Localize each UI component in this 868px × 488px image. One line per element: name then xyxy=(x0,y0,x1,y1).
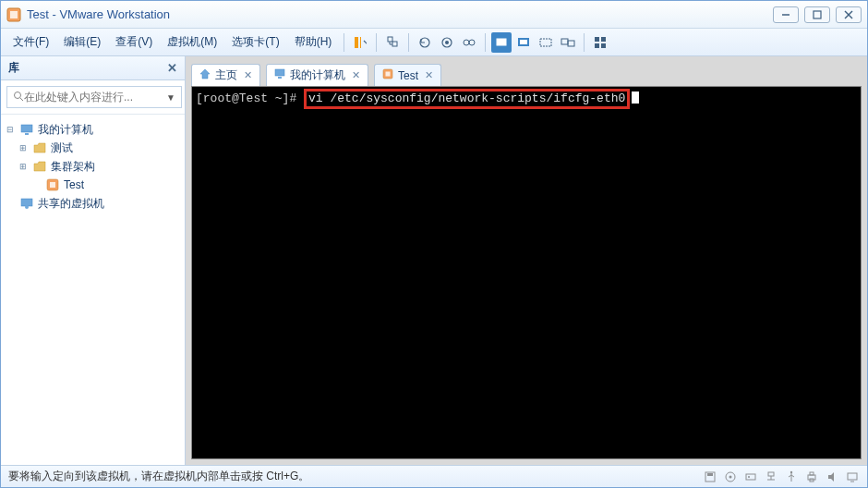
svg-rect-29 xyxy=(21,125,32,132)
tab-close-icon[interactable]: ✕ xyxy=(244,69,252,81)
svg-point-14 xyxy=(445,41,449,44)
tab-close-icon[interactable]: ✕ xyxy=(425,69,433,81)
svg-rect-21 xyxy=(561,39,568,44)
menubar: 文件(F) 编辑(E) 查看(V) 虚拟机(M) 选项卡(T) 帮助(H) xyxy=(1,29,867,56)
tree-folder-test[interactable]: ⊞ 测试 xyxy=(5,139,181,157)
device-sound-icon[interactable] xyxy=(825,470,839,484)
close-button[interactable] xyxy=(836,6,862,23)
tabs-row: 主页 ✕ 我的计算机 ✕ Test ✕ xyxy=(191,62,862,86)
snapshot-icon[interactable] xyxy=(382,32,403,53)
thumbnail-icon[interactable] xyxy=(590,32,610,53)
search-box[interactable]: ▼ xyxy=(6,86,182,108)
svg-rect-19 xyxy=(520,40,527,44)
svg-rect-25 xyxy=(595,43,599,48)
tree-my-computer[interactable]: ⊟ 我的计算机 xyxy=(5,120,181,139)
terminal-cursor xyxy=(632,92,639,104)
search-icon xyxy=(13,91,24,104)
menu-view[interactable]: 查看(V) xyxy=(109,30,159,54)
tab-home[interactable]: 主页 ✕ xyxy=(191,64,260,86)
menu-vm[interactable]: 虚拟机(M) xyxy=(161,30,223,54)
tree-folder-cluster[interactable]: ⊞ 集群架构 xyxy=(5,157,181,176)
sidebar-close-icon[interactable]: ✕ xyxy=(167,61,177,75)
svg-rect-38 xyxy=(386,72,391,77)
folder-icon xyxy=(32,140,47,155)
sidebar-title: 库 xyxy=(8,60,19,76)
svg-line-28 xyxy=(20,98,23,101)
unity-icon[interactable] xyxy=(536,32,556,53)
pause-button[interactable] xyxy=(350,32,370,53)
svg-rect-6 xyxy=(355,37,358,48)
tree-shared-vms[interactable]: 共享的虚拟机 xyxy=(5,194,181,213)
svg-rect-24 xyxy=(601,37,606,42)
svg-rect-1 xyxy=(10,11,18,18)
device-printer-icon[interactable] xyxy=(804,470,819,484)
tab-close-icon[interactable]: ✕ xyxy=(352,69,360,81)
separator xyxy=(485,33,486,52)
svg-rect-33 xyxy=(21,199,32,206)
svg-rect-32 xyxy=(50,182,55,188)
menu-tabs[interactable]: 选项卡(T) xyxy=(225,30,285,54)
folder-icon xyxy=(32,159,47,174)
svg-rect-40 xyxy=(707,473,713,476)
monitor-icon xyxy=(19,122,34,137)
titlebar: Test - VMware Workstation xyxy=(1,1,867,29)
svg-point-34 xyxy=(25,205,29,209)
vm-icon xyxy=(45,177,60,192)
svg-rect-30 xyxy=(25,133,29,135)
tab-mycomputer[interactable]: 我的计算机 ✕ xyxy=(266,64,368,86)
view-console-icon[interactable] xyxy=(491,32,512,53)
multiscreen-icon[interactable] xyxy=(558,32,578,53)
svg-point-27 xyxy=(15,92,21,98)
device-network-icon[interactable] xyxy=(764,470,778,484)
svg-point-16 xyxy=(469,40,475,45)
svg-point-42 xyxy=(729,475,732,478)
separator xyxy=(408,33,409,52)
device-cd-icon[interactable] xyxy=(723,470,738,484)
svg-point-44 xyxy=(748,476,750,478)
svg-rect-20 xyxy=(540,39,551,46)
monitor-icon xyxy=(274,68,285,82)
menu-file[interactable]: 文件(F) xyxy=(6,30,55,54)
device-display-icon[interactable] xyxy=(845,470,860,484)
separator xyxy=(584,33,585,52)
terminal-prompt: [root@Test ~]# xyxy=(196,92,304,105)
statusbar: 要将输入定向到该虚拟机，请在虚拟机内部单击或按 Ctrl+G。 xyxy=(1,465,867,487)
svg-point-48 xyxy=(790,470,792,472)
svg-rect-8 xyxy=(388,37,392,42)
search-input[interactable] xyxy=(24,91,163,104)
sidebar-header: 库 ✕ xyxy=(1,56,185,80)
home-icon xyxy=(199,68,211,82)
menu-edit[interactable]: 编辑(E) xyxy=(57,30,107,54)
terminal[interactable]: [root@Test ~]# vi /etc/sysconfig/network… xyxy=(191,86,862,459)
svg-rect-3 xyxy=(814,11,821,18)
svg-rect-36 xyxy=(278,77,282,79)
svg-rect-17 xyxy=(496,38,507,46)
shared-icon xyxy=(19,196,34,211)
snapshot-manager-icon[interactable] xyxy=(459,32,479,53)
menu-help[interactable]: 帮助(H) xyxy=(288,30,339,54)
svg-rect-50 xyxy=(810,472,814,475)
window-title: Test - VMware Workstation xyxy=(27,7,773,21)
maximize-button[interactable] xyxy=(804,6,830,23)
sidebar: 库 ✕ ▼ ⊟ 我的计算机 ⊞ 测试 xyxy=(1,56,186,465)
device-hdd-icon[interactable] xyxy=(743,470,758,484)
view-fullscreen-icon[interactable] xyxy=(513,32,534,53)
revert-icon[interactable] xyxy=(415,32,435,53)
svg-rect-22 xyxy=(568,41,574,46)
app-icon xyxy=(6,7,21,22)
separator xyxy=(376,33,377,52)
snapshot-take-icon[interactable] xyxy=(437,32,457,53)
terminal-command: vi /etc/sysconfig/network-scripts/ifcfg-… xyxy=(304,89,630,109)
device-floppy-icon[interactable] xyxy=(703,470,717,484)
separator xyxy=(344,33,344,52)
tree-vm-test[interactable]: Test xyxy=(5,176,181,194)
tab-test[interactable]: Test ✕ xyxy=(374,64,441,86)
statusbar-text: 要将输入定向到该虚拟机，请在虚拟机内部单击或按 Ctrl+G。 xyxy=(8,469,695,484)
app-window: Test - VMware Workstation 文件(F) 编辑(E) 查看… xyxy=(0,0,868,488)
main-area: 主页 ✕ 我的计算机 ✕ Test ✕ [root@Test ~]# vi /e… xyxy=(186,56,867,465)
search-dropdown-icon[interactable]: ▼ xyxy=(166,92,175,103)
device-usb-icon[interactable] xyxy=(784,470,799,484)
minimize-button[interactable] xyxy=(773,6,799,23)
svg-rect-52 xyxy=(848,473,857,480)
library-tree: ⊟ 我的计算机 ⊞ 测试 ⊞ 集群架构 Test xyxy=(1,115,185,465)
